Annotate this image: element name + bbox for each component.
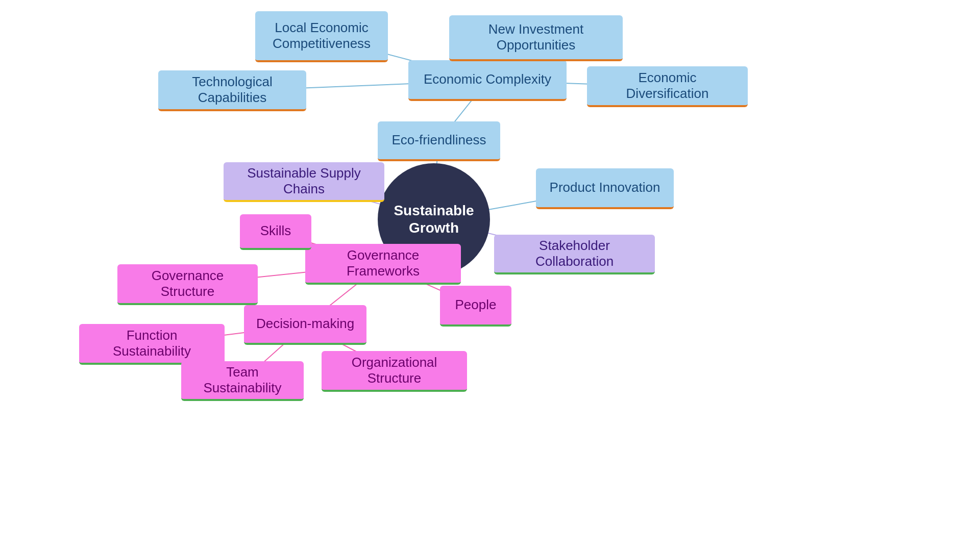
organizational-structure-node: Organizational Structure: [322, 351, 467, 392]
sustainable-supply-chains-node: Sustainable Supply Chains: [224, 162, 384, 202]
product-innovation-label: Product Innovation: [550, 180, 660, 195]
function-sustainability-label: Function Sustainability: [87, 328, 216, 359]
governance-structure-label: Governance Structure: [126, 268, 250, 299]
governance-frameworks-node: Governance Frameworks: [305, 244, 461, 285]
governance-frameworks-label: Governance Frameworks: [313, 247, 453, 279]
economic-diversification-node: Economic Diversification: [587, 66, 748, 107]
local-economic-node: Local Economic Competitiveness: [255, 11, 388, 62]
eco-friendliness-node: Eco-friendliness: [378, 121, 500, 161]
center-label: Sustainable Growth: [386, 202, 482, 236]
sustainable-supply-label: Sustainable Supply Chains: [232, 165, 376, 197]
stakeholder-collaboration-node: Stakeholder Collaboration: [494, 235, 655, 274]
technological-capabilities-node: Technological Capabilities: [158, 70, 306, 111]
local-economic-label: Local Economic Competitiveness: [263, 20, 380, 52]
economic-complexity-node: Economic Complexity: [408, 60, 567, 101]
function-sustainability-node: Function Sustainability: [79, 324, 225, 365]
people-label: People: [455, 297, 497, 313]
governance-structure-node: Governance Structure: [117, 264, 258, 305]
economic-complexity-label: Economic Complexity: [424, 71, 551, 87]
economic-diversification-label: Economic Diversification: [595, 70, 740, 102]
skills-label: Skills: [260, 223, 291, 239]
team-sustainability-label: Team Sustainability: [189, 364, 296, 396]
new-investment-node: New Investment Opportunities: [449, 15, 623, 61]
skills-node: Skills: [240, 214, 311, 250]
eco-friendliness-label: Eco-friendliness: [392, 132, 486, 148]
technological-label: Technological Capabilities: [166, 74, 298, 106]
organizational-structure-label: Organizational Structure: [330, 355, 459, 386]
new-investment-label: New Investment Opportunities: [457, 21, 615, 53]
decision-making-node: Decision-making: [244, 305, 366, 345]
team-sustainability-node: Team Sustainability: [181, 361, 304, 401]
decision-making-label: Decision-making: [256, 316, 354, 332]
product-innovation-node: Product Innovation: [536, 168, 674, 209]
stakeholder-label: Stakeholder Collaboration: [502, 238, 647, 269]
people-node: People: [440, 286, 511, 327]
